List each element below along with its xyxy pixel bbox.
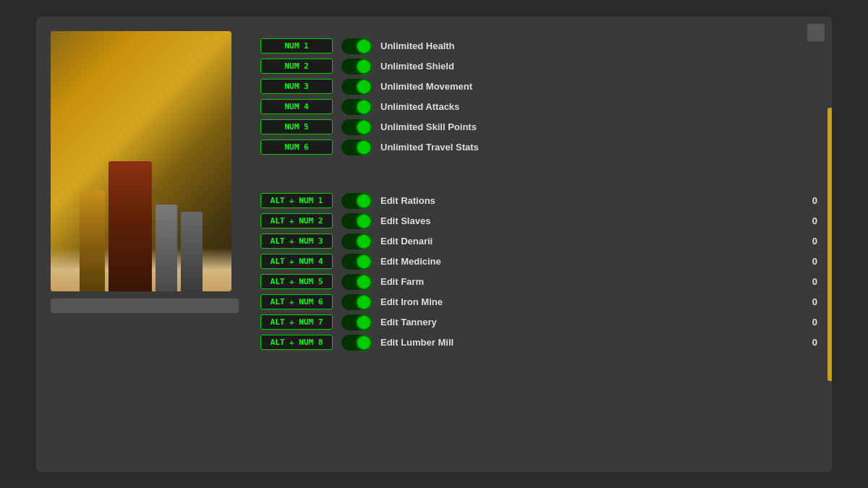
- separator: [260, 173, 817, 187]
- toggle-knob: [357, 275, 370, 288]
- toggle-switch[interactable]: [341, 119, 372, 135]
- key-badge: ALT + NUM 7: [260, 314, 333, 330]
- toggle-knob: [357, 316, 370, 329]
- toggle-switch[interactable]: [341, 193, 372, 209]
- left-panel: [51, 31, 239, 458]
- cheat-label: Unlimited Shield: [380, 61, 817, 72]
- cheat-label: Unlimited Skill Points: [380, 121, 817, 132]
- cheat-label: Unlimited Movement: [380, 81, 817, 92]
- key-badge: NUM 6: [260, 140, 333, 155]
- cheat-label: Edit Denarii: [380, 236, 798, 247]
- key-badge: ALT + NUM 8: [260, 335, 333, 350]
- toggle-knob: [357, 80, 370, 93]
- right-panel: NUM 1Unlimited HealthNUM 2Unlimited Shie…: [260, 31, 817, 458]
- toggle-knob: [357, 100, 370, 114]
- cheat-label: Unlimited Health: [380, 40, 817, 51]
- toggle-switch[interactable]: [341, 38, 372, 54]
- toggle-switch[interactable]: [341, 99, 372, 115]
- figure-2: [109, 161, 152, 291]
- toggle-switch[interactable]: [341, 140, 372, 155]
- toggle-knob: [357, 235, 370, 248]
- key-badge: NUM 4: [260, 99, 333, 114]
- basic-cheat-row: NUM 6Unlimited Travel Stats: [260, 140, 817, 155]
- cheat-value: 0: [807, 337, 817, 348]
- cheat-value: 0: [807, 276, 817, 287]
- key-badge: ALT + NUM 6: [260, 294, 333, 309]
- trainer-label: [51, 299, 239, 313]
- cheat-label: Edit Farm: [380, 276, 798, 287]
- cheat-value: 0: [807, 296, 817, 307]
- key-badge: NUM 3: [260, 79, 333, 94]
- toggle-switch[interactable]: [341, 254, 372, 270]
- basic-cheats-section: NUM 1Unlimited HealthNUM 2Unlimited Shie…: [260, 38, 817, 160]
- figure-4: [181, 212, 203, 291]
- edit-cheat-row: ALT + NUM 3Edit Denarii0: [260, 234, 817, 249]
- cheat-label: Edit Iron Mine: [380, 296, 798, 307]
- basic-cheat-row: NUM 5Unlimited Skill Points: [260, 119, 817, 135]
- edit-cheat-row: ALT + NUM 4Edit Medicine0: [260, 254, 817, 270]
- toggle-knob: [357, 255, 370, 268]
- toggle-knob: [357, 121, 370, 134]
- key-badge: NUM 2: [260, 59, 333, 74]
- toggle-switch[interactable]: [341, 59, 372, 74]
- edit-cheats-section: ALT + NUM 1Edit Rations0ALT + NUM 2Edit …: [260, 193, 817, 355]
- edit-cheat-row: ALT + NUM 7Edit Tannery0: [260, 314, 817, 330]
- toggle-knob: [357, 296, 370, 309]
- basic-cheat-row: NUM 1Unlimited Health: [260, 38, 817, 54]
- toggle-switch[interactable]: [341, 335, 372, 351]
- cheat-label: Edit Slaves: [380, 215, 798, 226]
- cheat-label: Edit Medicine: [380, 256, 798, 267]
- toggle-knob: [357, 141, 370, 154]
- cheat-label: Edit Lumber Mill: [380, 337, 798, 348]
- toggle-knob: [357, 336, 370, 349]
- close-button[interactable]: [807, 24, 825, 41]
- key-badge: ALT + NUM 2: [260, 213, 333, 228]
- cheat-value: 0: [807, 236, 817, 247]
- toggle-knob: [357, 194, 370, 207]
- key-badge: ALT + NUM 4: [260, 254, 333, 269]
- toggle-switch[interactable]: [341, 314, 372, 330]
- toggle-switch[interactable]: [341, 294, 372, 310]
- toggle-switch[interactable]: [341, 274, 372, 290]
- cheat-label: Unlimited Travel Stats: [380, 142, 817, 153]
- edit-cheat-row: ALT + NUM 2Edit Slaves0: [260, 213, 817, 229]
- toggle-knob: [357, 60, 370, 73]
- accent-bar: [827, 108, 832, 381]
- cheat-value: 0: [807, 256, 817, 267]
- figure-3: [156, 205, 177, 291]
- edit-cheat-row: ALT + NUM 6Edit Iron Mine0: [260, 294, 817, 310]
- edit-cheat-row: ALT + NUM 5Edit Farm0: [260, 274, 817, 290]
- game-cover: [51, 31, 231, 291]
- cover-art: [51, 31, 231, 291]
- edit-cheat-row: ALT + NUM 1Edit Rations0: [260, 193, 817, 209]
- toggle-switch[interactable]: [341, 79, 372, 95]
- cheat-label: Edit Tannery: [380, 317, 798, 328]
- toggle-switch[interactable]: [341, 213, 372, 229]
- key-badge: NUM 1: [260, 38, 333, 53]
- key-badge: ALT + NUM 3: [260, 234, 333, 249]
- cheat-label: Unlimited Attacks: [380, 101, 817, 112]
- main-window: NUM 1Unlimited HealthNUM 2Unlimited Shie…: [36, 17, 832, 472]
- basic-cheat-row: NUM 4Unlimited Attacks: [260, 99, 817, 115]
- toggle-switch[interactable]: [341, 234, 372, 249]
- toggle-knob: [357, 215, 370, 228]
- cheat-value: 0: [807, 317, 817, 328]
- cheat-value: 0: [807, 195, 817, 206]
- key-badge: NUM 5: [260, 119, 333, 134]
- toggle-knob: [357, 40, 370, 53]
- key-badge: ALT + NUM 5: [260, 274, 333, 289]
- key-badge: ALT + NUM 1: [260, 193, 333, 208]
- cheat-value: 0: [807, 215, 817, 226]
- cheat-label: Edit Rations: [380, 195, 798, 206]
- cover-figures: [51, 132, 231, 291]
- figure-1: [80, 190, 105, 291]
- edit-cheat-row: ALT + NUM 8Edit Lumber Mill0: [260, 335, 817, 351]
- basic-cheat-row: NUM 2Unlimited Shield: [260, 59, 817, 74]
- basic-cheat-row: NUM 3Unlimited Movement: [260, 79, 817, 95]
